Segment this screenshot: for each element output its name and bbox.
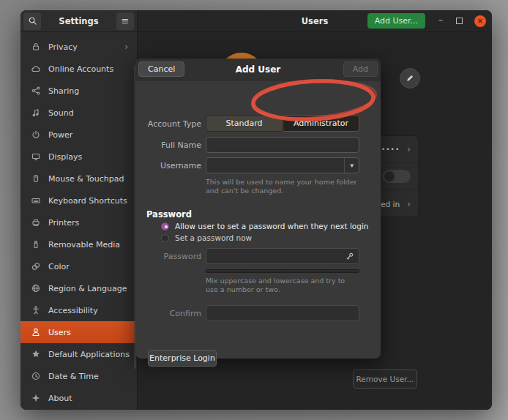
radio-selected-icon xyxy=(161,222,169,230)
add-button[interactable]: Add xyxy=(343,61,378,77)
full-name-input[interactable] xyxy=(206,137,359,153)
chevron-right-icon: › xyxy=(407,199,411,209)
remove-user-button[interactable]: Remove User... xyxy=(353,370,417,389)
sidebar-item-mouse-touchpad[interactable]: Mouse & Touchpad xyxy=(20,168,137,190)
sidebar-item-privacy[interactable]: Privacy › xyxy=(20,36,137,58)
keyboard-icon xyxy=(31,195,41,206)
display-icon xyxy=(31,151,41,162)
cloud-icon xyxy=(31,64,41,74)
music-note-icon xyxy=(31,108,41,118)
sidebar-item-accessibility[interactable]: Accessibility xyxy=(20,299,137,321)
printer-icon xyxy=(31,217,41,228)
hamburger-icon: ≡ xyxy=(122,15,130,26)
pencil-icon xyxy=(406,74,414,83)
close-icon: × xyxy=(477,17,483,25)
app-title: Settings xyxy=(41,16,116,26)
sidebar-item-power[interactable]: Power xyxy=(20,124,137,146)
minimize-button[interactable]: – xyxy=(437,18,444,25)
accessibility-icon xyxy=(31,305,41,315)
password-input[interactable] xyxy=(206,248,359,264)
password-section-heading: Password xyxy=(146,209,192,220)
share-icon xyxy=(31,86,41,96)
automatic-login-toggle[interactable] xyxy=(383,170,411,183)
confirm-input[interactable] xyxy=(206,305,359,321)
globe-icon xyxy=(31,283,41,293)
usb-drive-icon xyxy=(31,239,41,250)
star-icon xyxy=(31,349,41,359)
password-label: Password xyxy=(140,252,201,261)
password-strength-meter xyxy=(206,269,359,273)
username-label: Username xyxy=(140,161,201,170)
sidebar-item-removable-media[interactable]: Removable Media xyxy=(20,233,137,255)
color-icon xyxy=(31,261,41,271)
search-icon xyxy=(28,16,37,26)
sidebar-item-region-language[interactable]: Region & Language xyxy=(20,277,137,299)
lock-icon xyxy=(31,42,41,52)
sidebar-item-default-applications[interactable]: Default Applications xyxy=(20,343,137,365)
username-hint: This will be used to name your home fold… xyxy=(206,178,358,195)
sidebar-item-displays[interactable]: Displays xyxy=(20,146,137,168)
sidebar: Privacy › Online Accounts Sharing Sound … xyxy=(20,32,138,410)
menu-button[interactable]: ≡ xyxy=(116,12,134,30)
username-combo[interactable]: ▾ xyxy=(206,157,359,173)
mouse-icon xyxy=(31,173,41,184)
titlebar: Settings ≡ Users Add User... – × xyxy=(20,10,492,32)
sidebar-item-about[interactable]: About xyxy=(20,387,137,409)
radio-set-now[interactable]: Set a password now xyxy=(161,233,252,242)
standard-button[interactable]: Standard xyxy=(206,115,283,132)
confirm-label: Confirm xyxy=(140,309,201,318)
maximize-button[interactable] xyxy=(456,18,463,24)
power-icon xyxy=(31,130,41,140)
password-hint: Mix uppercase and lowercase and try to u… xyxy=(206,277,358,294)
chevron-right-icon: › xyxy=(124,42,128,52)
settings-window: Settings ≡ Users Add User... – × Privacy… xyxy=(20,10,492,410)
radio-next-login[interactable]: Allow user to set a password when they n… xyxy=(161,222,368,230)
dialog-header: Cancel Add User Add xyxy=(135,59,381,80)
sidebar-item-date-time[interactable]: Date & Time xyxy=(20,365,137,387)
account-type-label: Account Type xyxy=(140,119,201,129)
chevron-right-icon: › xyxy=(407,144,411,154)
sidebar-item-printers[interactable]: Printers xyxy=(20,211,137,233)
close-button[interactable]: × xyxy=(474,15,486,27)
users-icon xyxy=(31,327,41,337)
sidebar-item-sound[interactable]: Sound xyxy=(20,102,137,124)
search-button[interactable] xyxy=(23,12,41,30)
administrator-button[interactable]: Administrator xyxy=(283,115,359,132)
titlebar-left: Settings ≡ xyxy=(20,10,138,32)
add-user-button[interactable]: Add User... xyxy=(367,13,425,29)
sidebar-item-color[interactable]: Color xyxy=(20,255,137,277)
full-name-label: Full Name xyxy=(140,140,201,150)
cancel-button[interactable]: Cancel xyxy=(138,61,184,77)
enterprise-login-button[interactable]: Enterprise Login xyxy=(148,350,217,367)
titlebar-right: Users Add User... – × xyxy=(138,10,492,32)
sidebar-item-keyboard-shortcuts[interactable]: Keyboard Shortcuts xyxy=(20,190,137,211)
clock-icon xyxy=(31,371,41,381)
sidebar-item-sharing[interactable]: Sharing xyxy=(20,80,137,102)
add-user-dialog: Cancel Add User Add Account Type Standar… xyxy=(135,59,381,359)
sidebar-item-users[interactable]: Users xyxy=(20,321,137,343)
sidebar-item-online-accounts[interactable]: Online Accounts xyxy=(20,58,137,80)
chevron-down-icon[interactable]: ▾ xyxy=(344,158,359,173)
about-icon xyxy=(31,393,41,403)
edit-avatar-button[interactable] xyxy=(400,68,420,89)
radio-unselected-icon xyxy=(161,234,169,242)
generate-password-icon[interactable] xyxy=(345,252,359,261)
dialog-body: Account Type Standard Administrator Full… xyxy=(135,80,381,359)
